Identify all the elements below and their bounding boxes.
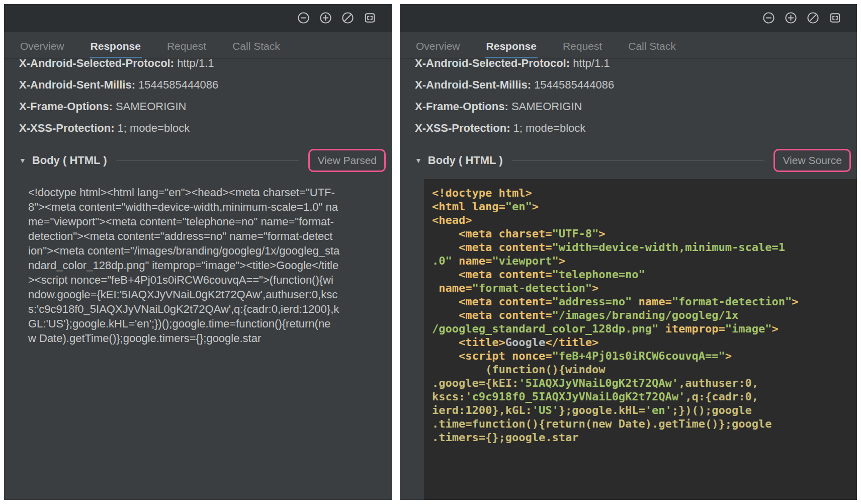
header-name: X-Android-Sent-Millis: xyxy=(415,78,531,91)
divider xyxy=(512,160,765,161)
fit-to-screen-icon[interactable] xyxy=(828,11,842,25)
response-header-row: X-XSS-Protection: 1; mode=block xyxy=(415,117,857,139)
code-line: <!doctype html> xyxy=(432,186,857,200)
network-inspector-comparison: OverviewResponseRequestCall Stack X-Andr… xyxy=(0,0,861,504)
header-name: X-Android-Selected-Protocol: xyxy=(415,59,570,69)
body-section-header: ▼ Body ( HTML ) View Source xyxy=(415,149,857,172)
tab-request[interactable]: Request xyxy=(562,34,603,58)
header-name: X-Frame-Options: xyxy=(415,100,508,113)
response-header-row: X-Frame-Options: SAMEORIGIN xyxy=(19,96,392,117)
reset-zoom-icon[interactable] xyxy=(341,11,355,25)
response-content: X-Android-Selected-Protocol: http/1.1X-A… xyxy=(4,59,392,500)
zoom-out-icon[interactable] xyxy=(762,11,776,25)
header-name: X-XSS-Protection: xyxy=(415,122,510,134)
toolbar xyxy=(4,4,392,32)
view-toggle-button[interactable]: View Source xyxy=(773,149,851,172)
header-value: http/1.1 xyxy=(570,59,610,69)
response-header-row: X-XSS-Protection: 1; mode=block xyxy=(19,117,392,139)
code-line: .0" name="viewport"> xyxy=(432,254,857,268)
header-value: 1; mode=block xyxy=(510,122,585,134)
tab-bar: OverviewResponseRequestCall Stack xyxy=(400,32,857,59)
code-line: <meta charset="UTF-8"> xyxy=(432,227,857,240)
code-line: <title>Google</title> xyxy=(432,335,857,349)
response-content: X-Android-Selected-Protocol: http/1.1X-A… xyxy=(400,59,857,500)
view-toggle-button[interactable]: View Parsed xyxy=(308,149,386,172)
code-line: <head> xyxy=(432,213,857,227)
code-line: <meta content="width=device-width,minimu… xyxy=(432,240,857,254)
tab-response[interactable]: Response xyxy=(90,34,142,58)
tab-overview[interactable]: Overview xyxy=(19,34,65,58)
header-name: X-Frame-Options: xyxy=(19,100,113,113)
body-section-header: ▼ Body ( HTML ) View Parsed xyxy=(19,149,392,172)
code-line: <meta content="address=no" name="format-… xyxy=(432,295,857,308)
response-header-row: X-Android-Sent-Millis: 1544585444086 xyxy=(19,74,392,96)
zoom-in-icon[interactable] xyxy=(784,11,798,25)
response-header-row: X-Android-Sent-Millis: 1544585444086 xyxy=(415,74,857,96)
header-list: X-Android-Selected-Protocol: http/1.1X-A… xyxy=(415,59,857,139)
panel-response-source: OverviewResponseRequestCall Stack X-Andr… xyxy=(400,4,857,500)
reset-zoom-icon[interactable] xyxy=(806,11,820,25)
tab-overview[interactable]: Overview xyxy=(415,34,461,58)
code-line: <meta content="telephone=no" xyxy=(432,268,857,281)
code-line: .google={kEI:'5IAQXJyVNaiL0gK2t72QAw',au… xyxy=(432,376,857,390)
collapse-triangle-icon[interactable]: ▼ xyxy=(19,156,26,164)
code-line: <script nonce="feB+4Pj01s0iRCW6couvqA=="… xyxy=(432,349,857,363)
code-line: .time=function(){return(new Date).getTim… xyxy=(432,417,857,431)
header-value: 1544585444086 xyxy=(135,78,218,91)
code-line: ierd:1200},kGL:'US'};google.kHL='en';})(… xyxy=(432,403,857,417)
tab-response[interactable]: Response xyxy=(485,34,538,58)
response-header-row: X-Android-Selected-Protocol: http/1.1 xyxy=(19,59,392,74)
source-code: <!doctype html><html lang="en"><head> <m… xyxy=(432,186,857,444)
panel-response-parsed: OverviewResponseRequestCall Stack X-Andr… xyxy=(4,4,392,500)
code-area: <!doctype html><html lang="en"><head> <m… xyxy=(424,179,857,500)
header-value: http/1.1 xyxy=(174,59,214,69)
header-list: X-Android-Selected-Protocol: http/1.1X-A… xyxy=(19,59,392,139)
zoom-in-icon[interactable] xyxy=(319,11,332,25)
divider xyxy=(116,160,300,161)
tab-bar: OverviewResponseRequestCall Stack xyxy=(4,32,392,59)
header-value: 1; mode=block xyxy=(114,122,190,134)
collapse-triangle-icon[interactable]: ▼ xyxy=(415,156,422,164)
code-line: <meta content="/images/branding/googleg/… xyxy=(432,308,857,322)
zoom-out-icon[interactable] xyxy=(297,11,310,25)
body-section-label: Body ( HTML ) xyxy=(428,154,503,167)
header-value: SAMEORIGIN xyxy=(113,100,187,113)
tab-call-stack[interactable]: Call Stack xyxy=(231,34,281,58)
tab-call-stack[interactable]: Call Stack xyxy=(627,34,677,58)
header-name: X-Android-Selected-Protocol: xyxy=(19,59,174,69)
header-value: 1544585444086 xyxy=(531,78,614,91)
code-line: <html lang="en"> xyxy=(432,200,857,213)
fit-to-screen-icon[interactable] xyxy=(363,11,377,25)
code-line: name="format-detection"> xyxy=(432,281,857,295)
response-header-row: X-Android-Selected-Protocol: http/1.1 xyxy=(415,59,857,74)
raw-body-text: <!doctype html><html lang="en"><head><me… xyxy=(28,185,372,346)
header-value: SAMEORIGIN xyxy=(508,100,582,113)
response-header-row: X-Frame-Options: SAMEORIGIN xyxy=(415,96,857,117)
header-name: X-Android-Sent-Millis: xyxy=(19,78,135,91)
body-section-label: Body ( HTML ) xyxy=(32,154,107,167)
code-line: .timers={};google.star xyxy=(432,431,857,444)
header-name: X-XSS-Protection: xyxy=(19,122,114,134)
code-line: (function(){window xyxy=(432,363,857,376)
toolbar xyxy=(400,4,857,32)
code-line: /googleg_standard_color_128dp.png" itemp… xyxy=(432,322,857,335)
code-line: kscs:'c9c918f0_5IAQXJyVNaiL0gK2t72QAw',q… xyxy=(432,390,857,403)
tab-request[interactable]: Request xyxy=(166,34,207,58)
